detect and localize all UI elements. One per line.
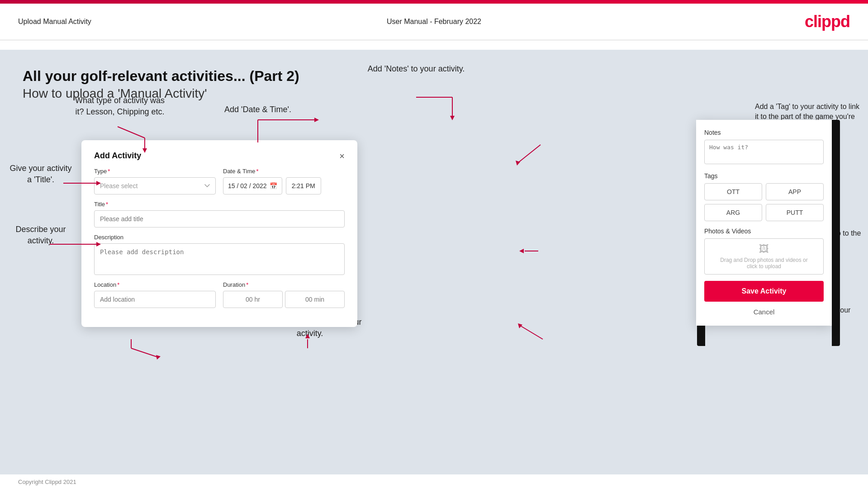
annotation-notes: Add 'Notes' to your activity. <box>366 63 466 75</box>
photos-upload-text: Drag and Drop photos and videos orclick … <box>720 257 807 270</box>
svg-marker-21 <box>519 249 524 253</box>
svg-line-11 <box>131 348 158 357</box>
clippd-logo: clippd <box>805 12 850 31</box>
header-left-label: Upload Manual Activity <box>18 18 91 26</box>
dialog-title: Add Activity <box>94 151 141 161</box>
cancel-button[interactable]: Cancel <box>704 305 824 318</box>
calendar-icon: 📅 <box>270 182 277 190</box>
type-label: Type* <box>94 168 216 175</box>
top-bar <box>0 0 868 4</box>
form-row-title: Title* <box>94 201 345 227</box>
svg-marker-12 <box>156 355 161 360</box>
duration-label: Duration* <box>223 281 345 288</box>
datetime-group: 15 / 02 / 2022 📅 2:21 PM <box>223 177 345 194</box>
type-select[interactable]: Please select <box>94 177 216 194</box>
photo-icon: 🖼 <box>759 243 769 255</box>
description-textarea[interactable] <box>94 243 345 275</box>
phone-content: Notes Tags OTT APP ARG PUTT Photos & Vid… <box>696 120 832 326</box>
save-activity-button[interactable]: Save Activity <box>704 281 824 302</box>
tag-ott[interactable]: OTT <box>704 183 762 200</box>
date-value: 15 / 02 / 2022 <box>228 182 267 190</box>
dialog-header: Add Activity × <box>94 151 345 161</box>
duration-group <box>223 291 345 308</box>
form-group-type: Type* Please select <box>94 168 216 194</box>
tag-app[interactable]: APP <box>766 183 824 200</box>
phone-panel: Notes Tags OTT APP ARG PUTT Photos & Vid… <box>696 120 832 326</box>
form-group-datetime: Date & Time* 15 / 02 / 2022 📅 2:21 PM <box>223 168 345 194</box>
tags-section-label: Tags <box>704 172 824 180</box>
svg-marker-5 <box>314 118 319 122</box>
main-content: All your golf-relevant activities... (Pa… <box>0 50 868 474</box>
svg-line-18 <box>518 145 541 163</box>
form-group-location: Location* <box>94 281 216 308</box>
form-row-location-duration: Location* Duration* <box>94 281 345 308</box>
svg-marker-17 <box>450 116 455 120</box>
date-input[interactable]: 15 / 02 / 2022 📅 <box>223 177 282 194</box>
header-center-label: User Manual - February 2022 <box>387 18 481 26</box>
photos-upload-area[interactable]: 🖼 Drag and Drop photos and videos orclic… <box>704 238 824 275</box>
footer-copyright: Copyright Clippd 2021 <box>18 479 76 485</box>
notes-section-label: Notes <box>704 129 824 136</box>
annotation-date-time: Add 'Date & Time'. <box>217 104 299 115</box>
tags-grid: OTT APP ARG PUTT <box>704 183 824 221</box>
header-divider <box>0 40 868 40</box>
location-input[interactable] <box>94 291 216 308</box>
form-group-description: Description <box>94 234 345 275</box>
svg-line-22 <box>520 326 543 339</box>
header: Upload Manual Activity User Manual - Feb… <box>0 4 868 40</box>
notes-textarea[interactable] <box>704 140 824 164</box>
phone-side-bar-right <box>832 120 840 346</box>
duration-min-input[interactable] <box>285 291 345 308</box>
svg-marker-19 <box>516 161 520 166</box>
form-row-type-datetime: Type* Please select Date & Time* 15 / 02… <box>94 168 345 194</box>
annotation-activity-type: What type of activity was it? Lesson, Ch… <box>70 95 170 118</box>
description-label: Description <box>94 234 345 241</box>
location-label: Location* <box>94 281 216 288</box>
add-activity-dialog: Add Activity × Type* Please select Date … <box>81 140 357 327</box>
datetime-label: Date & Time* <box>223 168 345 175</box>
annotation-give-title: Give your activity a 'Title'. <box>9 163 72 185</box>
tag-putt[interactable]: PUTT <box>766 204 824 221</box>
duration-hr-input[interactable] <box>223 291 283 308</box>
svg-line-0 <box>118 127 145 138</box>
photos-section-label: Photos & Videos <box>704 227 824 235</box>
form-group-duration: Duration* <box>223 281 345 308</box>
tag-arg[interactable]: ARG <box>704 204 762 221</box>
title-input[interactable] <box>94 210 345 227</box>
form-row-description: Description <box>94 234 345 275</box>
time-input[interactable]: 2:21 PM <box>286 177 321 194</box>
title-label: Title* <box>94 201 345 208</box>
svg-marker-23 <box>518 323 522 328</box>
dialog-close-button[interactable]: × <box>339 152 345 161</box>
annotation-describe: Describe your activity. <box>9 224 72 246</box>
form-group-title: Title* <box>94 201 345 227</box>
